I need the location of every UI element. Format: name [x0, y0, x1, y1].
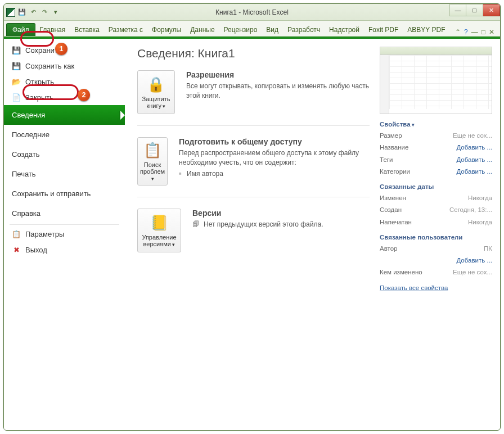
block-text: Подготовить к общему доступу Перед распр…	[179, 137, 370, 186]
info-block-versions: 📒 Управление версиями Версии 🗐Нет предыд…	[137, 209, 370, 264]
ribbon-minimize-icon[interactable]: ⌃	[455, 28, 461, 36]
qat-redo-icon[interactable]: ↷	[40, 8, 49, 17]
sidebar-label: Выход	[25, 246, 47, 254]
inspect-icon: 📋	[143, 141, 161, 159]
tab-formulas[interactable]: Формулы	[147, 23, 186, 36]
prop-row: НазваниеДобавить ...	[380, 142, 492, 153]
button-label: Поиск проблем	[140, 161, 165, 182]
info-block-prepare: 📋 Поиск проблем Подготовить к общему дос…	[137, 137, 370, 197]
tab-insert[interactable]: Вставка	[70, 23, 104, 36]
saveas-icon: 💾	[12, 61, 21, 70]
block-title: Подготовить к общему доступу	[179, 137, 370, 146]
block-body: 🗐Нет предыдущих версий этого файла.	[192, 220, 323, 229]
dates-heading: Связанные даты	[380, 183, 492, 190]
titlebar: 💾 ↶ ↷ ▾ Книга1 - Microsoft Excel — □ ✕	[4, 4, 500, 21]
info-block-permissions: 🔒 Защитить книгу Разрешения Все могут от…	[137, 70, 370, 126]
document-preview[interactable]	[380, 47, 492, 114]
sidebar-item-info[interactable]: Сведения	[4, 105, 125, 125]
sidebar-label: Сведения	[12, 111, 45, 119]
child-close-icon[interactable]: ✕	[489, 28, 494, 36]
tab-layout[interactable]: Разметка с	[104, 23, 147, 36]
doc-icon: 🗐	[192, 220, 200, 229]
save-icon: 💾	[12, 46, 21, 55]
sidebar-item-options[interactable]: 📋 Параметры	[4, 226, 125, 242]
tab-review[interactable]: Рецензиро	[219, 23, 262, 36]
backstage-view: 💾 Сохранить 💾 Сохранить как 📂 Открыть 📄 …	[4, 39, 500, 430]
sidebar-label: Сохранить как	[25, 62, 74, 70]
sidebar-item-open[interactable]: 📂 Открыть	[4, 74, 125, 89]
block-title: Разрешения	[186, 70, 370, 79]
help-icon[interactable]: ?	[464, 28, 468, 36]
sidebar-item-print[interactable]: Печать	[4, 164, 125, 184]
qat-undo-icon[interactable]: ↶	[29, 8, 38, 17]
properties-heading[interactable]: Свойства	[380, 121, 492, 128]
sidebar-item-exit[interactable]: ✖ Выход	[4, 242, 125, 257]
prop-row: Кем измененоЕще не сох...	[380, 266, 492, 278]
exit-icon: ✖	[12, 245, 21, 254]
backstage-content: Сведения: Книга1 🔒 Защитить книгу Разреш…	[125, 39, 500, 430]
prop-row: СозданСегодня, 13:...	[380, 204, 492, 216]
prop-row: РазмерЕще не сох...	[380, 130, 492, 142]
show-all-properties-link[interactable]: Показать все свойства	[380, 284, 448, 291]
page-title: Сведения: Книга1	[137, 47, 370, 60]
properties-pane: Свойства РазмерЕще не сох... НазваниеДоб…	[380, 47, 492, 422]
block-text: Разрешения Все могут открывать, копирова…	[186, 70, 370, 114]
prop-row: КатегорииДобавить ...	[380, 166, 492, 178]
ribbon-tabs: Файл Главная Вставка Разметка с Формулы …	[4, 21, 500, 37]
qat-save-icon[interactable]: 💾	[17, 8, 26, 17]
close-doc-icon: 📄	[12, 93, 21, 102]
protect-workbook-button[interactable]: 🔒 Защитить книгу	[137, 70, 175, 114]
close-button[interactable]: ✕	[483, 4, 500, 16]
block-body: Все могут открывать, копировать и изменя…	[186, 82, 370, 101]
tab-file[interactable]: Файл	[6, 23, 35, 36]
tab-foxit[interactable]: Foxit PDF	[364, 23, 403, 36]
tab-developer[interactable]: Разработч	[283, 23, 325, 36]
lock-icon: 🔒	[147, 75, 165, 93]
prop-row: НапечатанНикогда	[380, 216, 492, 228]
tab-home[interactable]: Главная	[35, 23, 70, 36]
people-heading: Связанные пользователи	[380, 234, 492, 241]
block-bullet: Имя автора	[179, 170, 370, 178]
block-text: Версии 🗐Нет предыдущих версий этого файл…	[192, 209, 323, 252]
minimize-button[interactable]: —	[449, 4, 466, 16]
button-label: Защитить книгу	[140, 96, 172, 109]
sidebar-label: Открыть	[25, 78, 54, 86]
button-label: Управление версиями	[140, 234, 178, 247]
versions-icon: 📒	[150, 214, 168, 232]
child-minimize-icon[interactable]: —	[471, 28, 478, 36]
sidebar-item-save[interactable]: 💾 Сохранить	[4, 42, 125, 58]
excel-icon	[6, 8, 15, 17]
prop-row: АвторПК	[380, 243, 492, 255]
sidebar-item-close[interactable]: 📄 Закрыть	[4, 89, 125, 105]
tab-view[interactable]: Вид	[262, 23, 283, 36]
sidebar-item-new[interactable]: Создать	[4, 144, 125, 164]
sidebar-item-saveas[interactable]: 💾 Сохранить как	[4, 58, 125, 74]
tab-addins[interactable]: Надстрой	[325, 23, 364, 36]
options-icon: 📋	[12, 229, 21, 238]
sidebar-label: Сохранить	[25, 46, 62, 55]
info-main: Сведения: Книга1 🔒 Защитить книгу Разреш…	[137, 47, 370, 422]
prop-row: ИзмененНикогда	[380, 192, 492, 204]
block-title: Версии	[192, 209, 323, 218]
backstage-sidebar: 💾 Сохранить 💾 Сохранить как 📂 Открыть 📄 …	[4, 39, 125, 430]
window-controls: — □ ✕	[449, 4, 500, 20]
open-icon: 📂	[12, 77, 21, 86]
tab-data[interactable]: Данные	[186, 23, 219, 36]
check-issues-button[interactable]: 📋 Поиск проблем	[137, 137, 168, 186]
prop-row: ТегиДобавить ...	[380, 154, 492, 166]
sidebar-item-share[interactable]: Сохранить и отправить	[4, 184, 125, 204]
window-title: Книга1 - Microsoft Excel	[4, 8, 500, 16]
prop-row: Добавить ...	[380, 255, 492, 266]
block-body: Перед распространением общего доступа к …	[179, 148, 370, 168]
maximize-button[interactable]: □	[466, 4, 483, 16]
manage-versions-button[interactable]: 📒 Управление версиями	[137, 209, 181, 252]
sidebar-item-recent[interactable]: Последние	[4, 125, 125, 144]
sidebar-label: Закрыть	[25, 93, 53, 102]
qat-more-icon[interactable]: ▾	[51, 8, 60, 17]
sidebar-item-help[interactable]: Справка	[4, 204, 125, 223]
tab-abbyy[interactable]: ABBYY PDF	[403, 23, 449, 36]
quick-access-toolbar: 💾 ↶ ↷ ▾	[4, 8, 62, 17]
sidebar-label: Параметры	[25, 230, 64, 238]
child-restore-icon[interactable]: □	[482, 28, 485, 36]
